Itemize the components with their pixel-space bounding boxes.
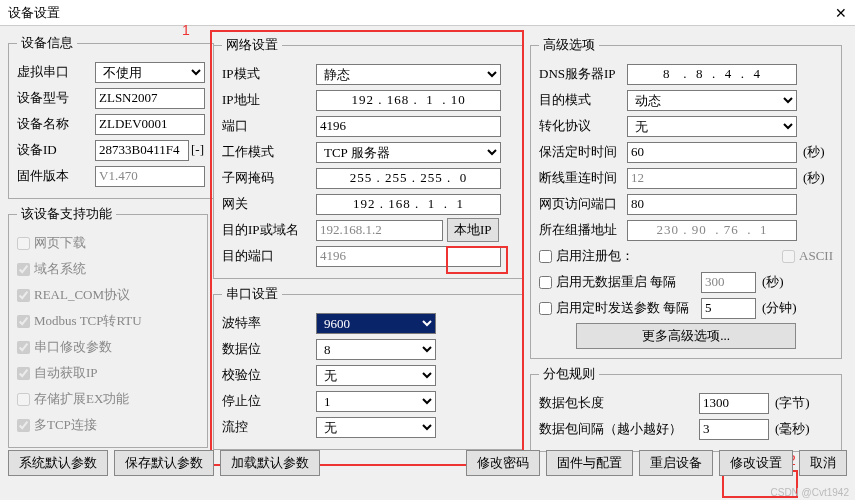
stop-bits-select[interactable]: 1 [316,391,436,412]
feat-cb-4 [17,341,30,354]
keepalive-field[interactable] [627,142,797,163]
sys-default-button[interactable]: 系统默认参数 [8,450,108,476]
id-label: 设备ID [17,141,95,159]
timed-field[interactable] [701,298,756,319]
reg-label: 启用注册包： [556,247,634,265]
packet-len-label: 数据包长度 [539,394,699,412]
feat-lbl-2: REAL_COM协议 [34,286,130,304]
proto-label: 转化协议 [539,117,627,135]
flow-select[interactable]: 无 [316,417,436,438]
ip-field[interactable] [316,90,501,111]
nodata-unit: (秒) [762,273,784,291]
timed-label: 启用定时发送参数 每隔 [556,299,701,317]
save-default-button[interactable]: 保存默认参数 [114,450,214,476]
dest-ip-label: 目的IP或域名 [222,221,316,239]
parity-label: 校验位 [222,366,316,384]
id-suffix[interactable]: [-] [191,142,204,158]
name-field[interactable] [95,114,205,135]
baud-label: 波特率 [222,314,316,332]
parity-select[interactable]: 无 [316,365,436,386]
dest-port-field [316,246,501,267]
packet-group: 分包规则 数据包长度(字节) 数据包间隔（越小越好）(毫秒) [530,365,842,452]
virtual-serial-label: 虚拟串口 [17,63,95,81]
timed-unit: (分钟) [762,299,797,317]
local-ip-button[interactable]: 本地IP [447,218,499,242]
id-field[interactable] [95,140,189,161]
feat-cb-5 [17,367,30,380]
load-default-button[interactable]: 加载默认参数 [220,450,320,476]
work-mode-label: 工作模式 [222,143,316,161]
gw-label: 网关 [222,195,316,213]
packet-len-unit: (字节) [775,394,810,412]
feat-lbl-1: 域名系统 [34,260,86,278]
ascii-label: ASCII [799,248,833,264]
restart-button[interactable]: 重启设备 [639,450,713,476]
feat-lbl-7: 多TCP连接 [34,416,97,434]
stop-bits-label: 停止位 [222,392,316,410]
window-title: 设备设置 [8,0,60,25]
fw-field [95,166,205,187]
reconnect-label: 断线重连时间 [539,169,627,187]
apply-button[interactable]: 修改设置 [719,450,793,476]
data-bits-select[interactable]: 8 [316,339,436,360]
reg-checkbox[interactable] [539,250,552,263]
packet-legend: 分包规则 [539,365,599,383]
network-group: 网络设置 IP模式静态 IP地址 端口 工作模式TCP 服务器 子网掩码 网关 … [213,36,523,279]
cancel-button[interactable]: 取消 [799,450,847,476]
features-group: 该设备支持功能 网页下载 域名系统 REAL_COM协议 Modbus TCP转… [8,205,208,448]
feat-cb-1 [17,263,30,276]
features-legend: 该设备支持功能 [17,205,116,223]
device-info-legend: 设备信息 [17,34,77,52]
proto-select[interactable]: 无 [627,116,797,137]
baud-select[interactable]: 9600 [316,313,436,334]
watermark: CSDN @Cvt1942 [770,487,849,498]
data-bits-label: 数据位 [222,340,316,358]
advanced-group: 高级选项 DNS服务器IP 目的模式动态 转化协议无 保活定时时间(秒) 断线重… [530,36,842,359]
more-advanced-button[interactable]: 更多高级选项... [576,323,796,349]
ip-label: IP地址 [222,91,316,109]
mask-field[interactable] [316,168,501,189]
nodata-field [701,272,756,293]
port-label: 端口 [222,117,316,135]
fw-cfg-button[interactable]: 固件与配置 [546,450,633,476]
advanced-legend: 高级选项 [539,36,599,54]
ip-mode-select[interactable]: 静态 [316,64,501,85]
nodata-checkbox[interactable] [539,276,552,289]
reconnect-unit: (秒) [803,169,825,187]
packet-gap-field[interactable] [699,419,769,440]
feat-cb-3 [17,315,30,328]
port-field[interactable] [316,116,501,137]
dns-label: DNS服务器IP [539,65,627,83]
network-legend: 网络设置 [222,36,282,54]
packet-len-field[interactable] [699,393,769,414]
ip-mode-label: IP模式 [222,65,316,83]
dest-ip-field [316,220,443,241]
mcast-field [627,220,797,241]
work-mode-select[interactable]: TCP 服务器 [316,142,501,163]
feat-lbl-6: 存储扩展EX功能 [34,390,129,408]
gw-field[interactable] [316,194,501,215]
mcast-label: 所在组播地址 [539,221,627,239]
name-label: 设备名称 [17,115,95,133]
keepalive-unit: (秒) [803,143,825,161]
feat-lbl-0: 网页下载 [34,234,86,252]
timed-checkbox[interactable] [539,302,552,315]
fw-label: 固件版本 [17,167,95,185]
device-info-group: 设备信息 虚拟串口不使用 设备型号 设备名称 设备ID[-] 固件版本 [8,34,214,199]
serial-group: 串口设置 波特率9600 数据位8 校验位无 停止位1 流控无 [213,285,523,450]
dest-mode-select[interactable]: 动态 [627,90,797,111]
feat-cb-7 [17,419,30,432]
http-port-label: 网页访问端口 [539,195,627,213]
dns-field[interactable] [627,64,797,85]
close-icon[interactable]: ✕ [835,0,847,25]
mask-label: 子网掩码 [222,169,316,187]
dest-mode-label: 目的模式 [539,91,627,109]
keepalive-label: 保活定时时间 [539,143,627,161]
virtual-serial-select[interactable]: 不使用 [95,62,205,83]
pwd-button[interactable]: 修改密码 [466,450,540,476]
model-field[interactable] [95,88,205,109]
feat-lbl-3: Modbus TCP转RTU [34,312,142,330]
feat-cb-0 [17,237,30,250]
http-port-field[interactable] [627,194,797,215]
nodata-label: 启用无数据重启 每隔 [556,273,701,291]
